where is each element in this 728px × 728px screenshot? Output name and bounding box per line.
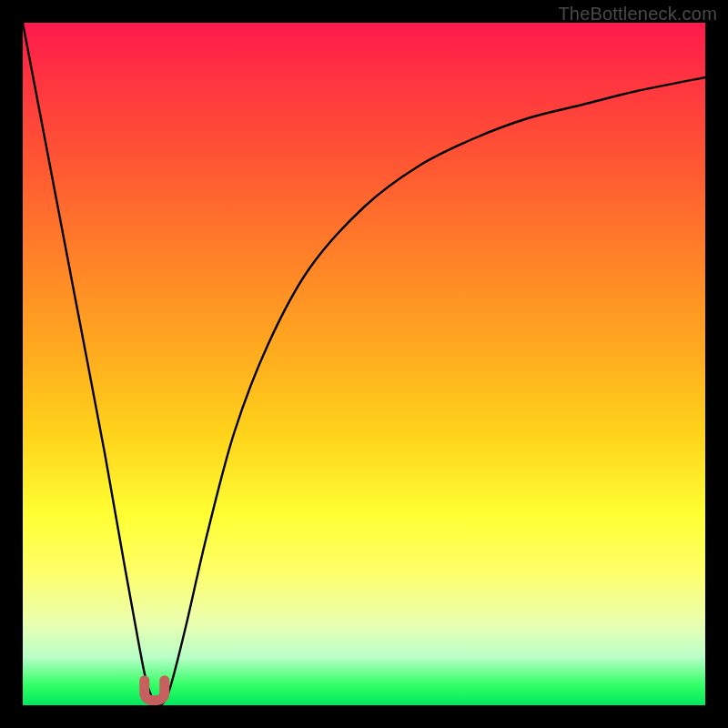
plot-area (23, 23, 705, 705)
watermark-text: TheBottleneck.com (558, 4, 717, 25)
chart-svg (23, 23, 705, 705)
chart-frame: TheBottleneck.com (0, 0, 728, 728)
optimal-point-marker (145, 681, 165, 701)
bottleneck-curve (23, 23, 705, 705)
